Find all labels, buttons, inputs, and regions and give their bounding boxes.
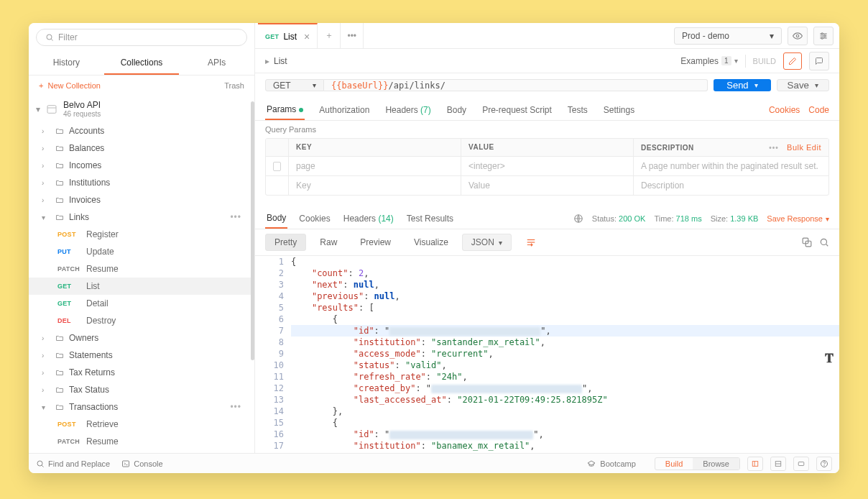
- build-browse-toggle[interactable]: Build Browse: [655, 457, 740, 470]
- folder-owners[interactable]: ›Owners: [29, 329, 254, 347]
- keyboard-shortcuts-icon[interactable]: [793, 457, 809, 471]
- folder-institutions[interactable]: ›Institutions: [29, 174, 254, 191]
- resp-size: 1.39 KB: [730, 214, 758, 223]
- breadcrumb-arrow-icon[interactable]: ▸: [265, 56, 269, 66]
- chevron-down-icon: ▾: [815, 81, 818, 89]
- help-icon[interactable]: [816, 457, 832, 471]
- layout-horizontal-icon[interactable]: [770, 457, 786, 471]
- format-dropdown[interactable]: JSON▾: [462, 234, 512, 251]
- cookies-link[interactable]: Cookies: [769, 105, 800, 115]
- req-register[interactable]: POSTRegister: [29, 226, 254, 243]
- find-replace-button[interactable]: Find and Replace: [36, 459, 110, 468]
- req-retrieve[interactable]: POSTRetrieve: [29, 416, 254, 433]
- req-destroy[interactable]: DELDestroy: [29, 312, 254, 329]
- view-visualize[interactable]: Visualize: [405, 234, 458, 251]
- svg-point-18: [37, 461, 42, 466]
- send-button[interactable]: Send▾: [714, 79, 770, 91]
- resp-tab-tests[interactable]: Test Results: [405, 209, 455, 228]
- tab-params[interactable]: Params: [265, 100, 305, 120]
- filter-input[interactable]: Filter: [36, 29, 247, 46]
- tab-options-icon[interactable]: •••: [341, 23, 364, 48]
- collection-subtitle: 46 requests: [63, 110, 101, 118]
- tab-settings[interactable]: Settings: [602, 101, 636, 119]
- folder-tax-returns[interactable]: ›Tax Returns: [29, 364, 254, 381]
- search-in-body-icon[interactable]: [819, 237, 829, 247]
- close-tab-icon[interactable]: ×: [304, 31, 310, 42]
- tab-prerequest[interactable]: Pre-request Script: [481, 101, 553, 119]
- req-list[interactable]: GETList: [29, 278, 254, 295]
- view-pretty[interactable]: Pretty: [265, 234, 306, 251]
- bootcamp-button[interactable]: Bootcamp: [586, 459, 636, 468]
- environment-select[interactable]: Prod - demo ▾: [674, 27, 782, 45]
- chevron-down-icon: ▾: [754, 81, 758, 89]
- trash-button[interactable]: Trash: [224, 81, 244, 90]
- table-options-icon[interactable]: •••: [769, 144, 779, 152]
- req-update[interactable]: PUTUpdate: [29, 243, 254, 260]
- examples-dropdown[interactable]: Examples 1 ▾: [680, 56, 737, 66]
- req-resume[interactable]: PATCHResume: [29, 260, 254, 278]
- collection-title: Belvo API: [63, 100, 101, 110]
- folder-invoices[interactable]: ›Invoices: [29, 191, 254, 209]
- globe-icon: [573, 214, 583, 224]
- folder-links[interactable]: ▾Links•••: [29, 209, 254, 226]
- mode-browse[interactable]: Browse: [693, 458, 739, 470]
- console-button[interactable]: Console: [121, 459, 162, 468]
- chevron-down-icon: ▾: [313, 81, 316, 89]
- param-key-input[interactable]: Key: [289, 176, 461, 195]
- search-icon: [45, 33, 54, 42]
- bulk-edit-button[interactable]: Bulk Edit: [787, 143, 821, 152]
- filter-placeholder: Filter: [58, 32, 78, 42]
- resp-tab-headers[interactable]: Headers (14): [342, 209, 395, 228]
- save-button[interactable]: Save▾: [777, 79, 829, 91]
- tab-tests[interactable]: Tests: [566, 101, 589, 119]
- code-link[interactable]: Code: [808, 105, 829, 115]
- view-preview[interactable]: Preview: [351, 234, 400, 251]
- tab-body[interactable]: Body: [445, 101, 468, 119]
- tree-root-item[interactable]: ▾ Belvo API 46 requests: [29, 96, 254, 122]
- folder-more-icon[interactable]: •••: [230, 212, 249, 222]
- wrap-lines-icon[interactable]: [516, 234, 546, 251]
- svg-point-0: [47, 35, 52, 40]
- layout-twopane-icon[interactable]: [747, 457, 763, 471]
- mode-build[interactable]: Build: [655, 458, 693, 470]
- param-value-input[interactable]: Value: [461, 176, 634, 195]
- tree-scrollbar[interactable]: [251, 101, 254, 360]
- save-response-button[interactable]: Save Response ▾: [767, 214, 829, 223]
- folder-balances[interactable]: ›Balances: [29, 139, 254, 157]
- copy-icon[interactable]: [802, 237, 812, 247]
- tab-history[interactable]: History: [29, 52, 104, 75]
- folder-incomes[interactable]: ›Incomes: [29, 157, 254, 174]
- request-pane: GET List × ＋ ••• Prod - demo ▾: [255, 23, 839, 453]
- settings-icon[interactable]: [813, 27, 834, 45]
- tab-headers[interactable]: Headers (7): [384, 101, 432, 119]
- param-checkbox[interactable]: [273, 162, 281, 171]
- tab-apis[interactable]: APIs: [179, 52, 254, 75]
- comment-icon[interactable]: [809, 52, 829, 70]
- edit-icon[interactable]: [783, 52, 802, 70]
- req-resume2[interactable]: PATCHResume: [29, 433, 254, 450]
- folder-accounts[interactable]: ›Accounts: [29, 122, 254, 139]
- method-dropdown[interactable]: GET ▾: [265, 79, 324, 91]
- req-detail[interactable]: GETDetail: [29, 295, 254, 312]
- folder-transactions[interactable]: ▾Transactions•••: [29, 398, 254, 416]
- folder-statements[interactable]: ›Statements: [29, 347, 254, 364]
- param-desc-input[interactable]: A page number within the paginated resul…: [634, 157, 828, 175]
- build-label: BUILD: [753, 57, 776, 65]
- url-input[interactable]: {{baseUrl}}/api/links/: [324, 79, 708, 91]
- env-quicklook-icon[interactable]: [788, 27, 808, 45]
- new-collection-button[interactable]: + New Collection: [39, 81, 101, 90]
- resp-tab-body[interactable]: Body: [265, 209, 287, 229]
- tab-authorization[interactable]: Authorization: [318, 101, 371, 119]
- folder-tax-status[interactable]: ›Tax Status: [29, 381, 254, 398]
- param-desc-input[interactable]: Description: [634, 176, 828, 195]
- response-body[interactable]: 𝐓 1{2 "count": 2,3 "next": null,4 "previ…: [255, 256, 839, 453]
- param-key-input[interactable]: page: [289, 157, 461, 175]
- request-tab[interactable]: GET List ×: [258, 23, 318, 48]
- view-raw[interactable]: Raw: [310, 234, 346, 251]
- tab-collections[interactable]: Collections: [104, 52, 180, 75]
- folder-more-icon[interactable]: •••: [230, 402, 249, 412]
- param-value-input[interactable]: <integer>: [461, 157, 634, 175]
- new-tab-button[interactable]: ＋: [318, 23, 341, 48]
- resp-tab-cookies[interactable]: Cookies: [297, 209, 331, 228]
- svg-point-10: [821, 37, 823, 38]
